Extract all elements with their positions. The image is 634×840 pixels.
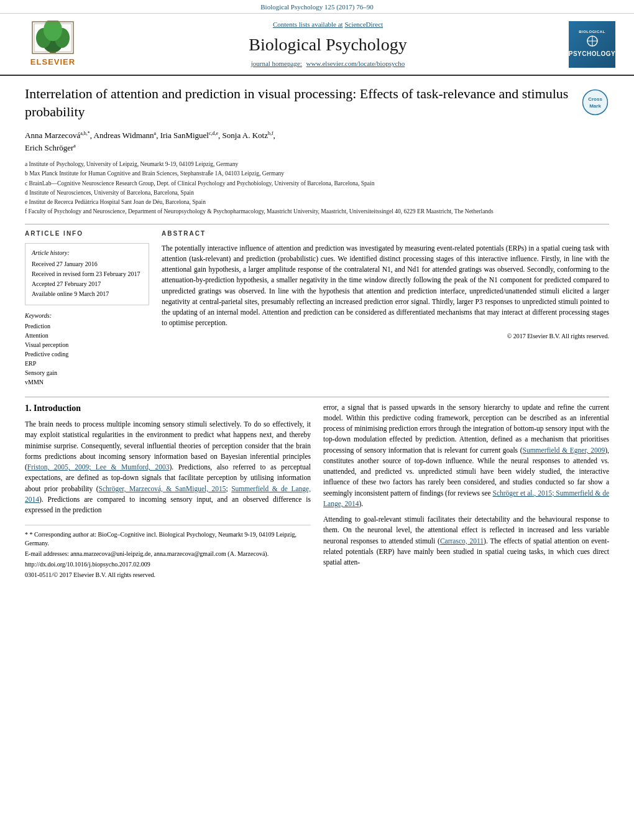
- badge-icon: [583, 35, 602, 47]
- elsevier-tree-icon: [31, 21, 75, 55]
- kw-5: Sensory gain: [25, 369, 149, 377]
- footnote-issn: 0301-0511/© 2017 Elsevier B.V. All right…: [25, 571, 311, 579]
- affiliations: a Institute of Psychology, University of…: [25, 160, 609, 216]
- keywords-label: Keywords:: [25, 312, 149, 320]
- article-info-heading: ARTICLE INFO: [25, 229, 149, 238]
- journal-citation: Biological Psychology 125 (2017) 76–90: [260, 3, 374, 11]
- available-date: Available online 9 March 2017: [32, 290, 142, 298]
- affiliation-d: d Institute of Neurosciences, University…: [25, 188, 609, 197]
- kw-4: ERP: [25, 359, 149, 368]
- ref-carrasco[interactable]: Carrasco, 2011: [440, 537, 484, 545]
- affiliation-f: f Faculty of Psychology and Neuroscience…: [25, 207, 609, 216]
- author-anna: Anna Marzecováa,b,*, Andreas Widmanna, I…: [25, 131, 275, 140]
- kw-1: Attention: [25, 331, 149, 340]
- received-date: Received 27 January 2016: [32, 260, 142, 269]
- email-link-2[interactable]: anna.marzecova@gmail.com: [154, 550, 226, 557]
- body-para-3: Attending to goal-relevant stimuli facil…: [323, 514, 609, 568]
- info-abstract-section: ARTICLE INFO Article history: Received 2…: [25, 229, 609, 387]
- affiliation-a: a Institute of Psychology, University of…: [25, 160, 609, 168]
- intro-heading: 1. Introduction: [25, 402, 311, 415]
- journal-title: Biological Psychology: [87, 32, 569, 57]
- journal-homepage: journal homepage: www.elsevier.com/locat…: [87, 59, 569, 68]
- abstract-text: The potentially interactive influence of…: [162, 243, 609, 329]
- svg-text:Cross: Cross: [588, 96, 602, 102]
- body-para-2: error, a signal that is passed upwards i…: [323, 402, 609, 510]
- ref-schroger[interactable]: Schröger, Marzecová, & SanMiguel, 2015: [99, 485, 226, 492]
- ref-schroger2[interactable]: Schröger et al., 2015; Summerfield & de …: [323, 489, 609, 507]
- keywords-section: Keywords: Prediction Attention Visual pe…: [25, 312, 149, 387]
- journal-badge: BIOLOGICAL PSYCHOLOGY: [569, 21, 615, 68]
- affiliation-e: e Institut de Recerca Pediàtrica Hospita…: [25, 198, 609, 206]
- footnote-section: * * Corresponding author at: BioCog–Cogn…: [25, 525, 311, 579]
- article-content: Interrelation of attention and predictio…: [0, 76, 634, 591]
- accepted-date: Accepted 27 February 2017: [32, 280, 142, 288]
- footnote-corresponding: * * Corresponding author at: BioCog–Cogn…: [25, 530, 311, 548]
- authors: Anna Marzecováa,b,*, Andreas Widmanna, I…: [25, 129, 609, 155]
- article-title-section: Interrelation of attention and predictio…: [25, 85, 609, 124]
- abstract-heading: ABSTRACT: [162, 229, 609, 238]
- author-erich: Erich Schrögera: [25, 143, 76, 152]
- footnote-email: E-mail addresses: anna.marzecova@uni-lei…: [25, 550, 311, 558]
- divider-2: [25, 397, 609, 397]
- body-two-col: 1. Introduction The brain needs to proce…: [25, 402, 609, 582]
- email-link-1[interactable]: anna.marzecova@uni-leipzig.de: [70, 550, 150, 557]
- svg-text:Mark: Mark: [589, 103, 601, 109]
- kw-0: Prediction: [25, 322, 149, 331]
- elsevier-logo: ELSEVIER: [19, 21, 87, 68]
- abstract-copyright: © 2017 Elsevier B.V. All rights reserved…: [162, 332, 609, 341]
- journal-header: ELSEVIER Contents lists available at Sci…: [0, 14, 634, 76]
- elsevier-label: ELSEVIER: [30, 57, 75, 68]
- kw-6: vMMN: [25, 378, 149, 387]
- journal-top-bar: Biological Psychology 125 (2017) 76–90: [0, 0, 634, 14]
- body-right-col: error, a signal that is passed upwards i…: [323, 402, 609, 582]
- affiliation-b: b Max Planck Institute for Human Cogniti…: [25, 169, 609, 178]
- footnote-doi: http://dx.doi.org/10.1016/j.biopsycho.20…: [25, 560, 311, 569]
- article-info-col: ARTICLE INFO Article history: Received 2…: [25, 229, 149, 387]
- body-para-1: The brain needs to process multiple inco…: [25, 419, 311, 515]
- crossmark-icon[interactable]: Cross Mark: [581, 88, 609, 116]
- divider-1: [25, 224, 609, 224]
- svg-point-10: [583, 90, 608, 115]
- contents-link: Contents lists available at ScienceDirec…: [87, 20, 569, 29]
- journal-title-center: Contents lists available at ScienceDirec…: [87, 20, 569, 68]
- received-revised: Received in revised form 23 February 201…: [32, 270, 142, 279]
- kw-2: Visual perception: [25, 341, 149, 349]
- article-title: Interrelation of attention and predictio…: [25, 85, 572, 121]
- homepage-url[interactable]: www.elsevier.com/locate/biopsycho: [306, 60, 405, 67]
- kw-3: Predictive coding: [25, 350, 149, 359]
- body-left-col: 1. Introduction The brain needs to proce…: [25, 402, 311, 582]
- affiliation-c: c BrainLab—Cognitive Neuroscience Resear…: [25, 179, 609, 188]
- ref-friston[interactable]: Friston, 2005, 2009; Lee & Mumford, 2003: [27, 463, 170, 471]
- doi-link[interactable]: http://dx.doi.org/10.1016/j.biopsycho.20…: [25, 561, 150, 568]
- article-history-box: Article history: Received 27 January 201…: [25, 243, 149, 305]
- abstract-col: ABSTRACT The potentially interactive inf…: [162, 229, 609, 387]
- sciencedirect-link[interactable]: ScienceDirect: [344, 21, 383, 28]
- history-label: Article history:: [32, 249, 142, 257]
- ref-summerfield-egner[interactable]: Summerfield & Egner, 2009: [523, 446, 605, 454]
